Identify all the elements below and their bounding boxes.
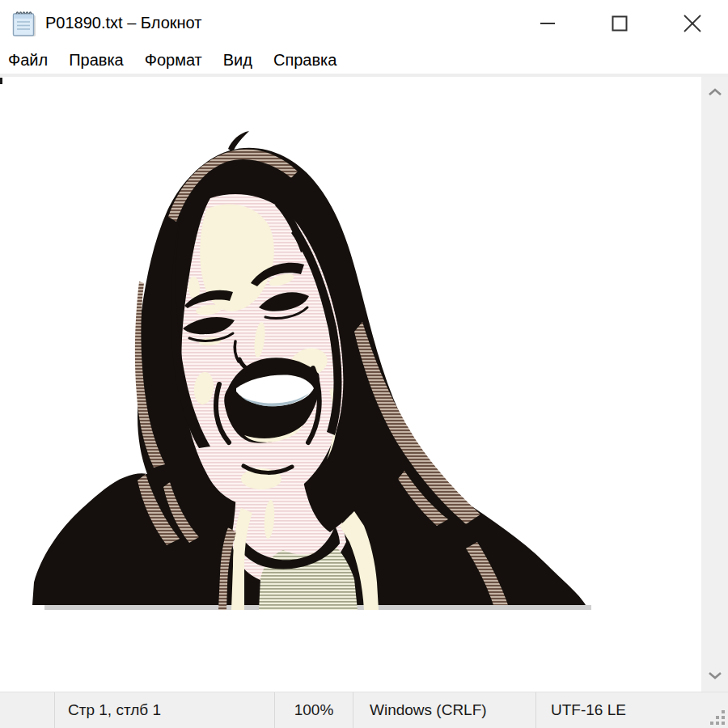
window-title: P01890.txt – Блокнот [45, 0, 201, 46]
vertical-scrollbar[interactable] [701, 77, 728, 692]
text-editor-area[interactable] [0, 80, 701, 692]
menu-format[interactable]: Формат [145, 51, 202, 70]
text-caret [0, 78, 2, 84]
notepad-window: P01890.txt – Блокнот Файл Правка Формат … [0, 0, 728, 728]
scroll-up-button[interactable] [701, 78, 728, 105]
notepad-icon [11, 9, 38, 38]
status-encoding-label: UTF-16 LE [551, 701, 626, 719]
status-encoding: UTF-16 LE [536, 692, 728, 728]
close-icon [684, 15, 701, 32]
status-bar: Стр 1, стлб 1 100% Windows (CRLF) UTF-16… [0, 692, 728, 728]
status-cursor-position: Стр 1, стлб 1 [55, 692, 275, 728]
ascii-art-portrait [24, 121, 607, 631]
menu-help[interactable]: Справка [273, 51, 336, 70]
resize-grip-icon[interactable] [710, 710, 726, 726]
chevron-down-icon [708, 671, 722, 680]
status-line-ending: Windows (CRLF) [353, 692, 536, 728]
chevron-up-icon [708, 87, 722, 97]
close-button[interactable] [667, 0, 717, 46]
minimize-icon [540, 22, 556, 25]
menu-view[interactable]: Вид [223, 51, 252, 70]
menu-bar: Файл Правка Формат Вид Справка [0, 46, 728, 77]
status-zoom-level: 100% [275, 692, 353, 728]
maximize-icon [612, 15, 628, 32]
menu-file[interactable]: Файл [8, 51, 48, 70]
status-cell-empty [0, 692, 55, 728]
minimize-button[interactable] [523, 0, 573, 46]
maximize-button[interactable] [595, 0, 645, 46]
scroll-down-button[interactable] [701, 662, 728, 688]
menu-edit[interactable]: Правка [69, 51, 124, 70]
title-bar[interactable]: P01890.txt – Блокнот [0, 0, 728, 46]
